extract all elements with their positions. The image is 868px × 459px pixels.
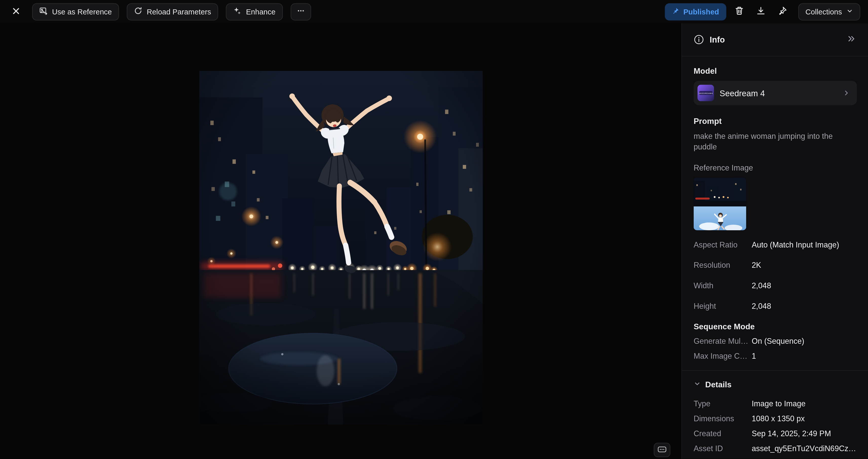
sidebar-divider <box>682 370 868 371</box>
toolbar-right-group: Published Collections <box>665 3 860 20</box>
param-row-resolution: Resolution 2K <box>694 261 857 270</box>
model-selector[interactable]: SEEDREAM4 Seedream 4 <box>694 81 857 105</box>
image-canvas <box>0 23 682 459</box>
prompt-text: make the anime woman jumping into the pu… <box>694 131 857 152</box>
asset-viewer: Use as Reference Reload Parameters Enhan… <box>0 0 868 459</box>
sidebar-header: Info <box>682 23 868 57</box>
pin-icon <box>778 6 787 17</box>
reload-parameters-button[interactable]: Reload Parameters <box>127 3 218 20</box>
enhance-label: Enhance <box>246 7 275 16</box>
close-icon <box>12 6 21 17</box>
use-as-reference-button[interactable]: Use as Reference <box>32 3 119 20</box>
content-area: Info Model SEEDREAM4 <box>0 23 868 459</box>
info-icon <box>694 34 704 45</box>
detail-row-dimensions: Dimensions 1080 x 1350 px <box>694 414 857 423</box>
chevron-down-icon <box>694 380 701 389</box>
enhance-sparkle-icon <box>233 7 242 17</box>
prompt-section-label: Prompt <box>694 117 857 126</box>
seq-row-generate-multiple: Generate Mul… On (Sequence) <box>694 336 857 346</box>
sequence-mode-label: Sequence Mode <box>694 322 857 331</box>
collections-label: Collections <box>805 7 842 16</box>
filmstrip-toggle-button[interactable] <box>654 443 671 457</box>
toolbar: Use as Reference Reload Parameters Enhan… <box>0 0 868 23</box>
model-name: Seedream 4 <box>719 88 765 97</box>
chevron-right-icon <box>842 89 850 97</box>
dots-icon <box>658 446 666 455</box>
reload-icon <box>134 7 143 17</box>
pin-button[interactable] <box>775 3 791 20</box>
model-section-label: Model <box>694 66 857 75</box>
download-button[interactable] <box>753 3 770 20</box>
chevron-down-icon <box>846 7 853 16</box>
detail-row-asset-id: Asset ID asset_qy5EnTu2VcdiN69CzF… <box>694 444 857 453</box>
delete-button[interactable] <box>731 3 748 20</box>
more-options-button[interactable] <box>290 3 311 20</box>
detail-row-created: Created Sep 14, 2025, 2:49 PM <box>694 429 857 438</box>
night-street-anime-scene <box>199 71 483 425</box>
detail-row-type: Type Image to Image <box>694 399 857 408</box>
info-sidebar: Info Model SEEDREAM4 <box>682 23 868 459</box>
generated-image[interactable] <box>199 71 483 425</box>
download-icon <box>756 6 766 17</box>
details-label: Details <box>705 380 732 389</box>
enhance-button[interactable]: Enhance <box>226 3 283 20</box>
sidebar-title: Info <box>710 35 725 44</box>
generation-parameters: Aspect Ratio Auto (Match Input Image) Re… <box>694 240 857 311</box>
svg-text:SEEDREAM4: SEEDREAM4 <box>699 92 713 94</box>
reference-image-label: Reference Image <box>694 163 857 172</box>
reload-parameters-label: Reload Parameters <box>147 7 211 16</box>
seq-row-max-image-count: Max Image C… 1 <box>694 351 857 361</box>
param-row-width: Width 2,048 <box>694 281 857 290</box>
collapse-sidebar-button[interactable] <box>844 32 858 47</box>
sidebar-body: Model SEEDREAM4 Seedream 4 <box>682 57 868 459</box>
ellipsis-icon <box>297 7 305 17</box>
image-reference-icon <box>39 7 48 17</box>
published-label: Published <box>683 7 719 16</box>
reference-image-thumbnail[interactable] <box>694 178 746 230</box>
close-button[interactable] <box>8 3 25 20</box>
param-row-aspect-ratio: Aspect Ratio Auto (Match Input Image) <box>694 240 857 249</box>
details-section-toggle[interactable]: Details <box>694 380 857 389</box>
double-chevron-right-icon <box>846 34 855 45</box>
model-thumbnail: SEEDREAM4 <box>698 85 714 101</box>
published-badge[interactable]: Published <box>665 3 726 20</box>
trash-icon <box>735 6 744 17</box>
param-row-height: Height 2,048 <box>694 302 857 311</box>
pin-filled-icon <box>672 7 679 16</box>
reference-image-preview <box>694 178 746 230</box>
details-list: Type Image to Image Dimensions 1080 x 13… <box>694 399 857 453</box>
use-as-reference-label: Use as Reference <box>52 7 112 16</box>
collections-button[interactable]: Collections <box>798 3 860 20</box>
